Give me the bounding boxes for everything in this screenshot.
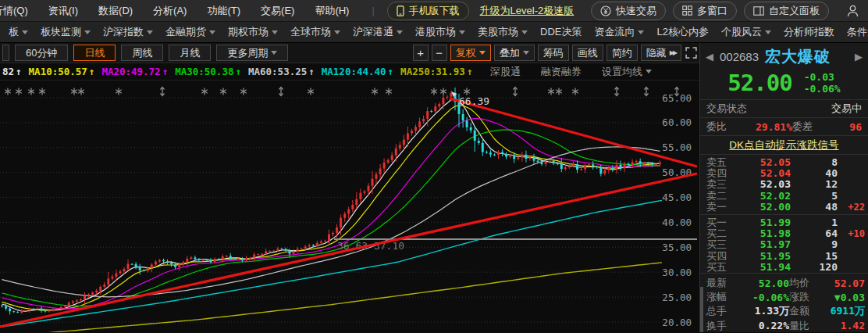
panel-scrollbar[interactable] [700, 287, 703, 332]
yen-circle-icon [600, 5, 611, 16]
menu-item-0[interactable]: 行情(Q) [0, 4, 38, 18]
next-stock-arrow[interactable]: ▶ [855, 51, 863, 63]
quick-trade-button[interactable]: 快速交易 [591, 2, 666, 20]
ma-value-0: 82↑ [2, 66, 22, 77]
period-tab-3[interactable]: 周线 [121, 45, 163, 61]
caret-down-icon [271, 51, 277, 55]
nav-item-5[interactable]: 全球市场 [284, 25, 347, 39]
custom-panel-label: 自定义面板 [769, 4, 820, 18]
nav-item-6[interactable]: 沪深港通 [347, 25, 409, 39]
period-tab-0[interactable] [2, 45, 9, 61]
up-arrow-icon: ↑ [388, 66, 394, 77]
level-price: 52.00 [733, 202, 791, 212]
user-account-button[interactable] [847, 5, 859, 17]
fullscreen-button[interactable] [685, 47, 697, 59]
order-book: 卖五52.058卖四52.0440卖三52.0312卖二52.025卖一52.0… [700, 155, 868, 273]
period-tab-4[interactable]: 月线 [169, 45, 211, 61]
menu-item-4[interactable]: 功能(T) [197, 4, 251, 18]
tool-overlay[interactable]: 叠加 [494, 45, 535, 61]
nav-item-label: 板块监测 [41, 25, 81, 39]
level-volume: 120 [791, 262, 838, 272]
menu-item-5[interactable]: 交易(E) [251, 4, 304, 18]
level-delta: +22 [838, 202, 865, 212]
nav-item-2[interactable]: 沪深指数 [97, 25, 159, 39]
tool-hide[interactable]: 隐藏▶▶ [641, 45, 681, 61]
stat-value: 52.00 [735, 278, 789, 289]
custom-panel-button[interactable]: 自定义面板 [744, 2, 829, 20]
stat-row-0: 最新52.00均价52.07 [706, 276, 865, 290]
candlestick-chart-area[interactable]: 65.0060.0055.0050.0045.0040.0035.0030.00… [0, 81, 699, 332]
multi-window-button[interactable]: 多窗口 [673, 2, 737, 20]
nav-item-label: 期权市场 [228, 25, 269, 39]
tool-zoom-in[interactable]: + [413, 45, 429, 61]
nav-item-14[interactable]: 条件选股 [841, 25, 868, 39]
nav-item-label: DDE决策 [540, 25, 582, 39]
period-tab-2[interactable]: 日线 [73, 45, 116, 61]
stat-value: 1.42 [827, 320, 865, 331]
weibi-row: 委比 29.81% 委差 96 [700, 118, 868, 136]
menu-item-1[interactable]: 资讯(I) [38, 4, 88, 18]
tool-simple[interactable]: 简约 [607, 45, 638, 61]
ma-link-1[interactable]: 融资融券 [541, 65, 582, 79]
caret-down-icon [646, 70, 652, 73]
ask-row[interactable]: 卖一52.0048+22 [700, 202, 868, 213]
change-percent: -0.06% [804, 83, 841, 95]
dk-signal-link[interactable]: DK点自动提示涨跌信号 [729, 138, 838, 152]
tool-chips[interactable]: 筹码 [538, 45, 569, 61]
ma-link-0[interactable]: 深股通 [490, 65, 521, 79]
tab-label: 60分钟 [26, 46, 57, 60]
last-price: 52.00 [727, 70, 792, 96]
nav-item-7[interactable]: 港股市场 [409, 25, 471, 39]
period-tab-5[interactable]: 更多周期 [216, 45, 288, 61]
stat-row-1: 涨幅-0.06%涨跌▼0.03 [706, 290, 865, 304]
nav-item-3[interactable]: 金融期货 [159, 25, 222, 39]
level-label: 卖三 [706, 179, 733, 189]
weibi-label: 委比 [706, 120, 736, 134]
ask-row[interactable]: 卖三52.0312 [700, 179, 868, 190]
nav-item-0[interactable]: 板 [2, 25, 34, 39]
stat-value: 6911万 [827, 304, 865, 318]
prev-stock-arrow[interactable]: ◀ [706, 51, 713, 63]
candlesticks [1, 88, 661, 315]
level2-upgrade-link[interactable]: 升级为Level-2极速版 [480, 4, 575, 18]
ma-value-3: MA30:50.38↑ [175, 66, 241, 77]
mobile-download-button[interactable]: 手机版下载 [387, 2, 469, 20]
stat-value: 52.07 [827, 278, 865, 289]
up-arrow-icon: ↑ [162, 66, 169, 77]
ask-row[interactable]: 卖四52.0440 [700, 167, 868, 178]
stat-value: 1.33万 [735, 304, 789, 318]
tool-label: 筹码 [543, 46, 564, 60]
quote-header: ◀ 002683 宏大爆破 ▶ [700, 43, 868, 68]
nav-item-9[interactable]: DDE决策 [534, 25, 588, 39]
ask-row[interactable]: 卖五52.058 [700, 156, 868, 167]
nav-item-label: L2核心内参 [656, 25, 708, 39]
bid-row[interactable]: 买二51.9864+10 [700, 227, 868, 238]
nav-item-8[interactable]: 美股市场 [471, 25, 534, 39]
period-tab-1[interactable]: 60分钟 [15, 45, 68, 61]
nav-item-1[interactable]: 板块监测 [34, 25, 97, 39]
tool-fuquan[interactable]: 复权 [450, 45, 491, 61]
level-label: 买四 [706, 251, 733, 261]
svg-text:45.00: 45.00 [662, 192, 692, 203]
bid-row[interactable]: 买一51.991 [700, 217, 868, 227]
tool-draw-line[interactable]: 画线 [572, 45, 603, 61]
bid-row[interactable]: 买三51.979 [700, 239, 868, 250]
ask-row[interactable]: 卖二52.025 [700, 190, 868, 201]
menu-item-6[interactable]: 帮助(H) [304, 4, 359, 18]
menu-item-3[interactable]: 分析(A) [143, 4, 197, 18]
level-label: 买三 [706, 239, 733, 249]
market-nav: 板板块监测沪深指数金融期货期权市场全球市场沪深港通港股市场美股市场DDE决策资金… [0, 22, 868, 43]
tool-zoom-out[interactable]: − [432, 45, 447, 61]
nav-item-12[interactable]: 个股风云 [715, 25, 777, 39]
nav-item-4[interactable]: 期权市场 [222, 25, 284, 39]
bid-row[interactable]: 买四51.9515 [700, 250, 868, 261]
nav-item-11[interactable]: L2核心内参 [650, 25, 714, 39]
bid-row[interactable]: 买五51.94120 [700, 262, 868, 273]
menu-item-2[interactable]: 数据(D) [88, 4, 143, 18]
ma-indicator-bar: 82↑MA10:50.57↑MA20:49.72↑MA30:50.38↑MA60… [0, 63, 699, 81]
ma-link-2[interactable]: 设置均线 [602, 65, 652, 79]
nav-item-label: 金融期货 [165, 25, 206, 39]
nav-item-10[interactable]: 资金流向 [588, 25, 650, 39]
candlestick-chart[interactable]: 65.0060.0055.0050.0045.0040.0035.0030.00… [0, 81, 699, 332]
nav-item-13[interactable]: 分析师指数 [777, 25, 841, 39]
